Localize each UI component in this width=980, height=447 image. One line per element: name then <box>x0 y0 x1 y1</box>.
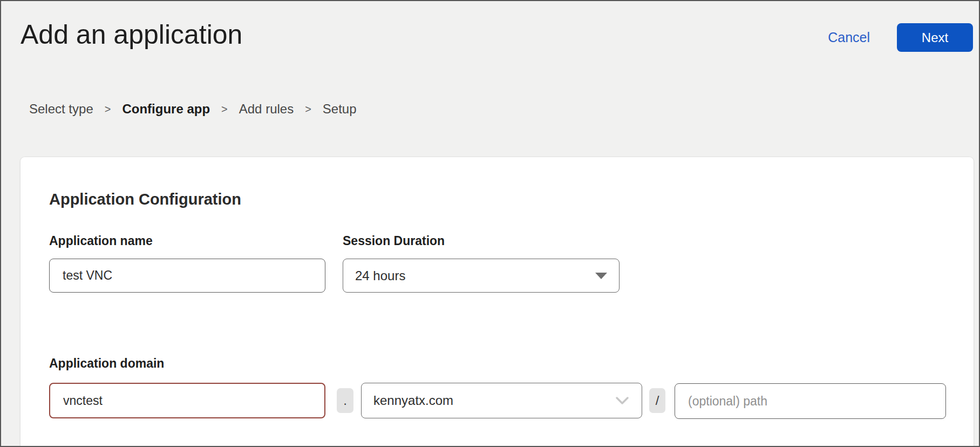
cancel-button[interactable]: Cancel <box>828 30 870 45</box>
application-name-label: Application name <box>49 234 153 248</box>
breadcrumb-step-configure-app: Configure app <box>122 101 210 117</box>
chevron-down-icon <box>595 273 607 279</box>
dot-separator: . <box>337 388 353 413</box>
breadcrumb-step-add-rules: Add rules <box>239 101 294 117</box>
breadcrumb-step-setup: Setup <box>323 101 357 117</box>
next-button[interactable]: Next <box>897 23 973 52</box>
slash-separator: / <box>649 388 665 413</box>
breadcrumb: Select type > Configure app > Add rules … <box>29 101 357 117</box>
breadcrumb-separator-icon: > <box>305 103 311 116</box>
add-application-page: Add an application Cancel Next Select ty… <box>0 0 980 447</box>
page-title: Add an application <box>21 21 242 49</box>
chevron-down-icon <box>615 396 630 405</box>
breadcrumb-separator-icon: > <box>221 103 228 116</box>
domain-select-value: kennyatx.com <box>373 393 453 408</box>
subdomain-input[interactable] <box>49 383 325 418</box>
application-name-input[interactable] <box>49 259 325 293</box>
application-domain-label: Application domain <box>49 356 164 371</box>
path-input[interactable] <box>675 383 946 419</box>
application-configuration-card: Application Configuration Application na… <box>20 157 974 446</box>
breadcrumb-separator-icon: > <box>105 103 111 116</box>
header-actions: Cancel Next <box>828 23 973 52</box>
session-duration-select[interactable]: 24 hours <box>343 259 620 293</box>
session-duration-value: 24 hours <box>355 268 405 283</box>
domain-select[interactable]: kennyatx.com <box>361 383 642 418</box>
session-duration-label: Session Duration <box>343 234 445 248</box>
section-title: Application Configuration <box>49 191 241 208</box>
breadcrumb-step-select-type: Select type <box>29 101 93 117</box>
